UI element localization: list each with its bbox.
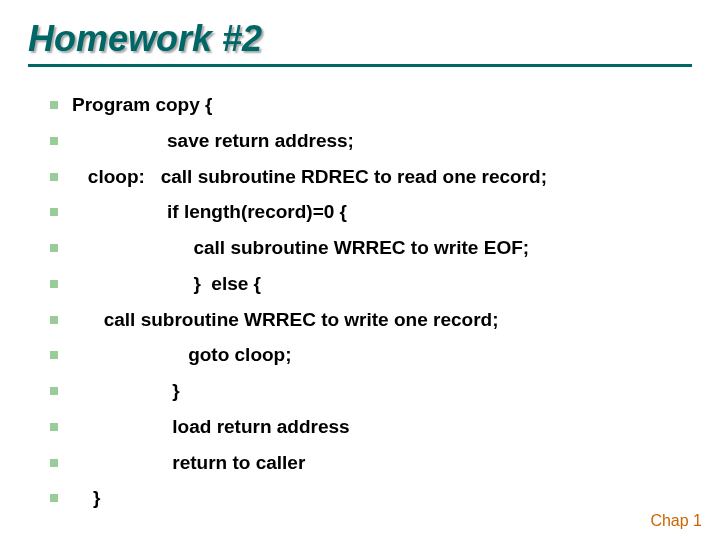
code-line: cloop: call subroutine RDREC to read one… (72, 165, 547, 189)
code-line: } else { (72, 272, 261, 296)
code-line: call subroutine WRREC to write one recor… (72, 308, 499, 332)
code-line: goto cloop; (72, 343, 292, 367)
bullet-icon (50, 137, 58, 145)
list-item: goto cloop; (50, 343, 692, 367)
list-item: return to caller (50, 451, 692, 475)
code-line: } (72, 486, 101, 510)
list-item: call subroutine WRREC to write EOF; (50, 236, 692, 260)
code-line: if length(record)=0 { (72, 200, 347, 224)
title-underline (28, 64, 692, 67)
list-item: if length(record)=0 { (50, 200, 692, 224)
code-line: Program copy { (72, 93, 212, 117)
bullet-icon (50, 423, 58, 431)
list-item: cloop: call subroutine RDREC to read one… (50, 165, 692, 189)
bullet-icon (50, 387, 58, 395)
slide: Homework #2 Program copy { save return a… (0, 0, 720, 540)
bullet-icon (50, 173, 58, 181)
bullet-icon (50, 208, 58, 216)
bullet-icon (50, 316, 58, 324)
bullet-icon (50, 280, 58, 288)
list-item: } else { (50, 272, 692, 296)
list-item: call subroutine WRREC to write one recor… (50, 308, 692, 332)
list-item: } (50, 379, 692, 403)
code-line: call subroutine WRREC to write EOF; (72, 236, 529, 260)
bullet-icon (50, 101, 58, 109)
bullet-icon (50, 351, 58, 359)
code-line: } (72, 379, 180, 403)
footer-chapter: Chap 1 (650, 512, 702, 530)
list-item: } (50, 486, 692, 510)
bullet-icon (50, 459, 58, 467)
list-item: save return address; (50, 129, 692, 153)
code-line: save return address; (72, 129, 354, 153)
code-line: return to caller (72, 451, 305, 475)
bullet-icon (50, 244, 58, 252)
bullet-icon (50, 494, 58, 502)
list-item: Program copy { (50, 93, 692, 117)
content-block: Program copy { save return address; cloo… (28, 93, 692, 510)
code-line: load return address (72, 415, 350, 439)
list-item: load return address (50, 415, 692, 439)
page-title: Homework #2 (28, 18, 692, 60)
